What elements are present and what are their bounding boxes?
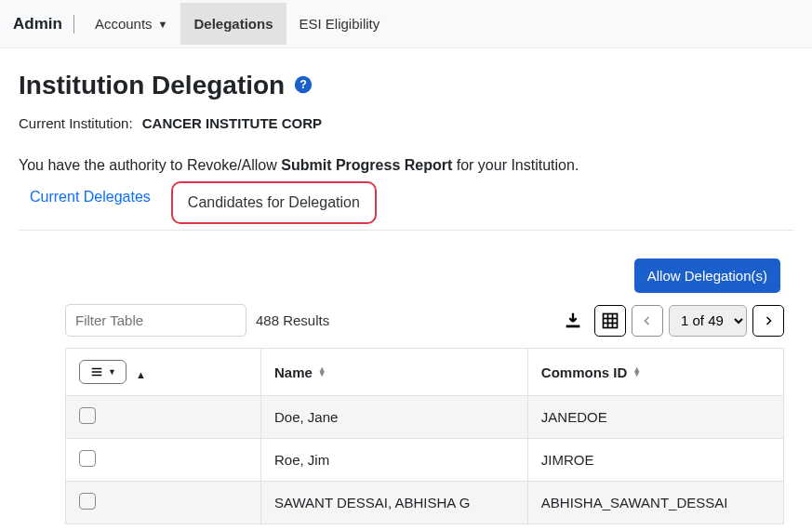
- nav-label: ESI Eligibility: [300, 16, 380, 32]
- help-icon[interactable]: ?: [294, 71, 313, 100]
- tab-candidates-for-delegation[interactable]: Candidates for Delegation: [171, 181, 377, 224]
- cell-commons-id: JIMROE: [527, 439, 783, 482]
- grid-view-icon[interactable]: [594, 305, 626, 337]
- current-institution: Current Institution: CANCER INSTITUTE CO…: [19, 115, 793, 131]
- nav-label: Accounts: [95, 16, 153, 32]
- table-row: Roe, Jim JIMROE: [66, 439, 784, 482]
- candidates-table: ▼ ▲ Name ▲▼ Commons ID ▲▼: [65, 348, 784, 524]
- row-checkbox[interactable]: [79, 407, 96, 424]
- col-header-name[interactable]: Name ▲▼: [261, 349, 528, 396]
- cell-commons-id: JANEDOE: [527, 396, 783, 439]
- cell-name: Roe, Jim: [261, 439, 528, 482]
- authority-bold: Submit Progress Report: [281, 157, 452, 173]
- sort-icon: ▲▼: [632, 367, 641, 377]
- nav-item-accounts[interactable]: Accounts ▼: [82, 3, 181, 45]
- current-institution-label: Current Institution:: [19, 115, 133, 131]
- col-header-select: ▼ ▲: [66, 349, 261, 396]
- caret-down-icon: ▼: [108, 367, 116, 377]
- row-checkbox[interactable]: [79, 493, 96, 510]
- sort-asc-icon: ▲: [136, 369, 146, 380]
- nav-brand: Admin: [9, 15, 74, 33]
- delegation-tabs: Current Delegates Candidates for Delegat…: [19, 181, 793, 231]
- row-checkbox[interactable]: [79, 450, 96, 467]
- allow-delegations-button[interactable]: Allow Delegation(s): [634, 258, 780, 293]
- table-row: SAWANT DESSAI, ABHISHA G ABHISHA_SAWANT_…: [66, 482, 784, 524]
- table-row: Doe, Jane JANEDOE: [66, 396, 784, 439]
- svg-rect-3: [604, 313, 618, 327]
- authority-suffix: for your Institution.: [452, 157, 579, 173]
- action-row: Allow Delegation(s): [19, 258, 793, 293]
- nav-item-delegations[interactable]: Delegations: [180, 3, 286, 45]
- col-label: Name: [274, 364, 313, 380]
- cell-name: Doe, Jane: [261, 396, 528, 439]
- authority-prefix: You have the authority to Revoke/Allow: [19, 157, 281, 173]
- authority-text: You have the authority to Revoke/Allow S…: [19, 157, 793, 174]
- nav-item-esi-eligibility[interactable]: ESI Eligibility: [286, 3, 393, 45]
- prev-page-button[interactable]: [632, 305, 663, 337]
- filter-table-input[interactable]: [65, 304, 246, 337]
- results-count: 488 Results: [256, 312, 329, 328]
- bulk-actions-menu[interactable]: ▼: [79, 360, 126, 384]
- table-toolbar: 488 Results 1 of 49: [65, 304, 784, 337]
- cell-commons-id: ABHISHA_SAWANT_DESSAI: [527, 482, 783, 524]
- caret-down-icon: ▼: [158, 19, 168, 30]
- page-select[interactable]: 1 of 49: [669, 305, 747, 337]
- svg-text:?: ?: [300, 78, 307, 91]
- col-header-commons-id[interactable]: Commons ID ▲▼: [527, 349, 783, 396]
- nav-label: Delegations: [193, 16, 273, 32]
- next-page-button[interactable]: [752, 305, 784, 337]
- top-nav: Admin Accounts ▼ Delegations ESI Eligibi…: [0, 0, 812, 48]
- page-title-text: Institution Delegation: [19, 71, 285, 100]
- svg-rect-2: [566, 325, 580, 327]
- cell-name: SAWANT DESSAI, ABHISHA G: [261, 482, 528, 524]
- download-icon[interactable]: [557, 305, 589, 337]
- tab-current-delegates[interactable]: Current Delegates: [19, 181, 162, 224]
- page-title: Institution Delegation ?: [19, 71, 793, 100]
- col-label: Commons ID: [541, 364, 628, 380]
- sort-icon: ▲▼: [318, 367, 326, 377]
- current-institution-name: CANCER INSTITUTE CORP: [142, 115, 322, 131]
